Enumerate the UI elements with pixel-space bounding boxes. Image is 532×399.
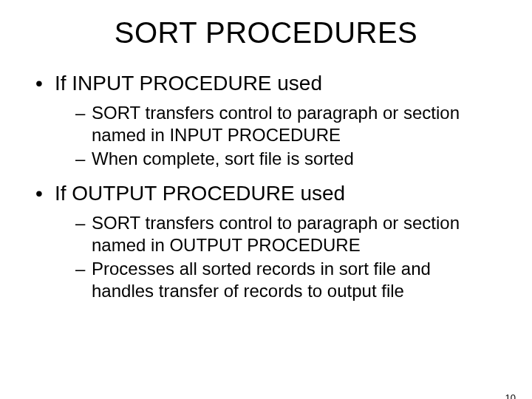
bullet-item: If OUTPUT PROCEDURE used SORT transfers … <box>35 180 497 302</box>
sub-bullet-item: When complete, sort file is sorted <box>75 148 497 170</box>
bullet-list: If INPUT PROCEDURE used SORT transfers c… <box>0 70 532 302</box>
bullet-item: If INPUT PROCEDURE used SORT transfers c… <box>35 70 497 170</box>
sub-bullet-text: Processes all sorted records in sort fil… <box>92 259 431 301</box>
sub-bullet-item: SORT transfers control to paragraph or s… <box>75 212 497 256</box>
sub-bullet-item: Processes all sorted records in sort fil… <box>75 258 497 302</box>
bullet-text: If INPUT PROCEDURE used <box>55 72 322 95</box>
sub-bullet-item: SORT transfers control to paragraph or s… <box>75 102 497 146</box>
slide: SORT PROCEDURES If INPUT PROCEDURE used … <box>0 16 532 399</box>
sub-bullet-text: SORT transfers control to paragraph or s… <box>92 103 460 145</box>
slide-title: SORT PROCEDURES <box>0 16 532 50</box>
page-number: 10 <box>505 392 516 399</box>
bullet-text: If OUTPUT PROCEDURE used <box>55 182 345 205</box>
sub-bullet-text: When complete, sort file is sorted <box>92 149 354 168</box>
sub-bullet-text: SORT transfers control to paragraph or s… <box>92 213 460 255</box>
sub-bullet-list: SORT transfers control to paragraph or s… <box>55 212 497 302</box>
sub-bullet-list: SORT transfers control to paragraph or s… <box>55 102 497 170</box>
